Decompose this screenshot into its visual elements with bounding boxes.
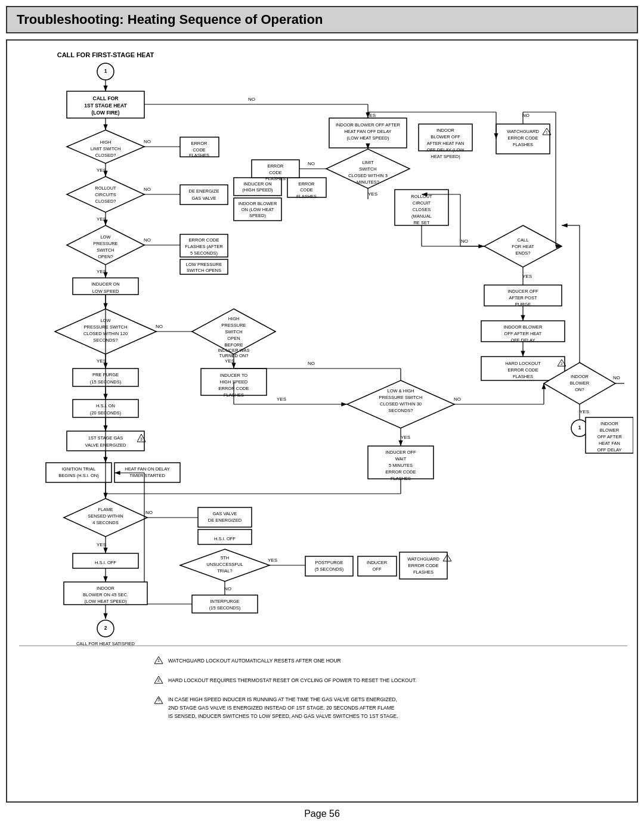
text-io-3: ON? bbox=[575, 387, 584, 392]
text-5th-3: TRIAL? bbox=[217, 568, 232, 574]
text-5th-2: UNSUCCESSFUL bbox=[206, 562, 243, 567]
text-low-press-3: SWITCH bbox=[97, 247, 114, 253]
text-iod-1: INDOOR BLOWER bbox=[504, 324, 543, 330]
page-number: Page 56 bbox=[0, 809, 644, 819]
text-iow-2: WAIT bbox=[395, 456, 407, 462]
label-lim3-no: NO bbox=[308, 161, 315, 166]
text-hl-1: HARD LOCKOUT bbox=[505, 361, 541, 366]
text-ignition-1: IGNITION TRIAL bbox=[62, 466, 96, 472]
text-ibl-5: HEAT SPEED) bbox=[431, 154, 460, 159]
text-gas-de-1: GAS VALVE bbox=[213, 511, 237, 516]
text-low-press-opens-2: SWITCH OPENS bbox=[187, 268, 221, 273]
label-lh30-no: NO bbox=[454, 397, 461, 402]
text-5th-1: 5TH bbox=[221, 555, 229, 561]
text-heat-fan-1: HEAT FAN ON DELAY bbox=[125, 466, 169, 472]
text-inducer-high-2: (HIGH SPEED) bbox=[242, 187, 273, 193]
text-error-rollout-1: ERROR bbox=[298, 181, 315, 187]
start-circle-label: 1 bbox=[104, 68, 107, 74]
label-flame-no: NO bbox=[145, 510, 153, 515]
text-ior-3: OFF AFTER bbox=[597, 434, 622, 439]
text-err-lim3-1: ERROR bbox=[267, 163, 284, 169]
text-rollout-1: ROLLOUT bbox=[95, 185, 116, 191]
text-lh30-4: SECONDS? bbox=[388, 408, 413, 413]
text-hsi-off-no: H.S.I. OFF bbox=[214, 536, 236, 541]
text-interpurge-1: INTERPURGE bbox=[210, 599, 239, 604]
note-3-text-1: IN CASE HIGH SPEED INDUCER IS RUNNING AT… bbox=[168, 696, 397, 702]
title-bar: Troubleshooting: Heating Sequence of Ope… bbox=[6, 6, 638, 33]
call-for-heat-heading: CALL FOR FIRST-STAGE HEAT bbox=[57, 51, 154, 58]
label-ihs-yes: YES bbox=[277, 397, 286, 402]
label-io-no: NO bbox=[613, 375, 620, 380]
text-error-5s-1: ERROR CODE bbox=[189, 237, 219, 243]
text-rollout-2: CIRCUITS bbox=[95, 192, 116, 197]
label-rollout-yes: YES bbox=[97, 216, 106, 222]
label-top-no: NO bbox=[248, 97, 255, 102]
label-5th-yes: YES bbox=[268, 558, 277, 563]
text-ibot-1: INDOOR BLOWER OFF AFTER bbox=[336, 122, 401, 128]
text-iod-2: OFF AFTER HEAT bbox=[504, 331, 542, 336]
label-lim3-yes: YES bbox=[368, 191, 377, 197]
text-interpurge-2: (15 SECONDS) bbox=[209, 605, 241, 611]
label-flame-yes: YES bbox=[97, 542, 106, 547]
text-flame-3: 4 SECONDS bbox=[92, 520, 118, 525]
text-inducer-hs-1: INDUCER TO bbox=[220, 373, 248, 378]
text-high-limit-3: CLOSED? bbox=[95, 153, 116, 158]
connector-circle-label: 1 bbox=[578, 425, 581, 431]
text-io-1: INDOOR bbox=[571, 374, 589, 379]
text-high-limit-1: HIGH bbox=[100, 140, 112, 145]
label-hp-yes: YES bbox=[225, 358, 234, 364]
text-error-5s-3: 5 SECONDS) bbox=[190, 250, 218, 256]
label-5th-no: NO bbox=[224, 586, 231, 592]
note-3-text-3: IS SENSED, INDUCER SWITCHES TO LOW SPEED… bbox=[168, 713, 398, 719]
text-ior-5: OFF DELAY bbox=[597, 447, 621, 453]
text-rc-5: RE SET bbox=[413, 220, 430, 225]
text-ip-1: INDUCER OFF bbox=[507, 289, 538, 294]
text-error-rollout-3: FLASHES bbox=[296, 194, 317, 199]
text-error-2: CODE bbox=[193, 147, 206, 153]
label-lh30-yes: YES bbox=[401, 435, 410, 440]
text-ip-2: AFTER POST bbox=[509, 295, 537, 301]
label-ce-no: NO bbox=[461, 239, 468, 244]
text-wg-b-2: ERROR CODE bbox=[408, 563, 439, 568]
text-iow-1: INDUCER OFF bbox=[385, 450, 416, 455]
text-low-press-4: OPEN? bbox=[98, 254, 113, 259]
text-io-2: BLOWER bbox=[570, 380, 590, 386]
text-wg-b-3: FLASHES bbox=[413, 569, 434, 575]
label-limit-yes: YES bbox=[97, 168, 106, 173]
label-lp120-no: NO bbox=[156, 324, 163, 329]
text-heat-fan-2: TIMER STARTED bbox=[129, 473, 165, 478]
end-circle-label: 2 bbox=[104, 625, 107, 631]
text-de-energize-2: GAS VALVE bbox=[192, 196, 216, 201]
text-hl-2: ERROR CODE bbox=[508, 367, 538, 373]
text-indoor-45-1: INDOOR bbox=[97, 586, 115, 591]
text-wg-top-1: WATCHGUARD bbox=[507, 129, 539, 134]
text-iow-3: 5 MINUTES bbox=[389, 463, 413, 468]
text-indoor-45-2: BLOWER ON 45 SEC. bbox=[83, 592, 128, 597]
text-inducer-off-b-2: OFF bbox=[373, 566, 382, 572]
text-high-limit-2: LIMIT SWITCH bbox=[91, 146, 121, 151]
text-ibl-2: BLOWER OFF bbox=[431, 134, 460, 140]
text-low-press-opens-1: LOW PRESSURE bbox=[186, 262, 222, 267]
text-ibot-3: (LOW HEAT SPEED) bbox=[347, 135, 389, 141]
text-err-lim3-2: CODE bbox=[269, 170, 282, 175]
text-lh30-3: CLOSED WITHIN 30 bbox=[380, 401, 422, 407]
text-inducer-off-b-1: INDUCER bbox=[367, 560, 388, 565]
text-postpurge-b-1: POSTPURGE bbox=[315, 560, 343, 565]
note-2-text: HARD LOCKOUT REQUIRES THERMOSTAT RESET O… bbox=[168, 677, 416, 683]
text-flame-2: SENSED WITHIN bbox=[88, 513, 123, 519]
text-ibl-1: INDOOR bbox=[436, 128, 455, 133]
text-ior-2: BLOWER bbox=[600, 428, 620, 433]
text-call-satisfied: CALL FOR HEAT SATISFIED bbox=[76, 641, 135, 646]
text-rollout-3: CLOSED? bbox=[95, 199, 116, 204]
text-inducer-high-1: INDUCER ON bbox=[243, 181, 272, 187]
page-wrapper: Troubleshooting: Heating Sequence of Ope… bbox=[0, 6, 644, 833]
text-lim3-1: LIMIT bbox=[362, 160, 374, 165]
text-ibot-2: HEAT FAN OFF DELAY bbox=[344, 129, 391, 134]
note-1-text: WATCHGUARD LOCKOUT AUTOMATICALLY RESETS … bbox=[168, 658, 341, 664]
text-iow-4: ERROR CODE bbox=[386, 469, 416, 475]
warning-gas-num: 3 bbox=[140, 437, 143, 441]
text-rc-4: (MANUAL bbox=[411, 213, 432, 219]
text-hp-4: OPEN bbox=[227, 336, 240, 341]
text-de-energize-1: DE ENERGIZE bbox=[189, 188, 219, 194]
text-flame-1: FLAME bbox=[98, 507, 113, 512]
